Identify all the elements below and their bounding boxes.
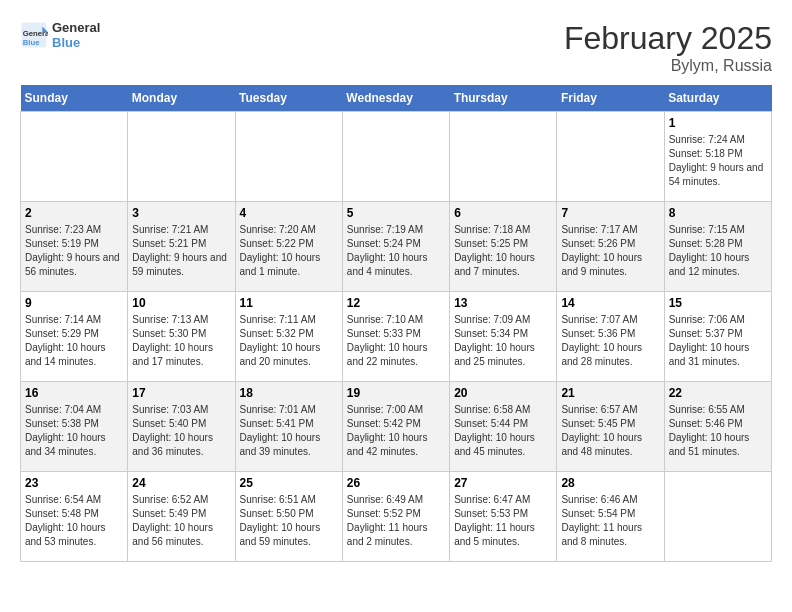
title-block: February 2025 Bylym, Russia	[564, 20, 772, 75]
week-row-3: 9Sunrise: 7:14 AM Sunset: 5:29 PM Daylig…	[21, 292, 772, 382]
calendar-cell: 11Sunrise: 7:11 AM Sunset: 5:32 PM Dayli…	[235, 292, 342, 382]
header-thursday: Thursday	[450, 85, 557, 112]
day-info: Sunrise: 7:15 AM Sunset: 5:28 PM Dayligh…	[669, 223, 767, 279]
day-info: Sunrise: 7:01 AM Sunset: 5:41 PM Dayligh…	[240, 403, 338, 459]
calendar-cell: 18Sunrise: 7:01 AM Sunset: 5:41 PM Dayli…	[235, 382, 342, 472]
day-number: 25	[240, 476, 338, 490]
day-number: 27	[454, 476, 552, 490]
calendar-cell: 19Sunrise: 7:00 AM Sunset: 5:42 PM Dayli…	[342, 382, 449, 472]
week-row-5: 23Sunrise: 6:54 AM Sunset: 5:48 PM Dayli…	[21, 472, 772, 562]
calendar-cell: 15Sunrise: 7:06 AM Sunset: 5:37 PM Dayli…	[664, 292, 771, 382]
day-info: Sunrise: 7:04 AM Sunset: 5:38 PM Dayligh…	[25, 403, 123, 459]
calendar-header-row: SundayMondayTuesdayWednesdayThursdayFrid…	[21, 85, 772, 112]
day-info: Sunrise: 7:17 AM Sunset: 5:26 PM Dayligh…	[561, 223, 659, 279]
calendar-cell: 8Sunrise: 7:15 AM Sunset: 5:28 PM Daylig…	[664, 202, 771, 292]
day-info: Sunrise: 6:55 AM Sunset: 5:46 PM Dayligh…	[669, 403, 767, 459]
calendar-cell: 2Sunrise: 7:23 AM Sunset: 5:19 PM Daylig…	[21, 202, 128, 292]
calendar-cell: 24Sunrise: 6:52 AM Sunset: 5:49 PM Dayli…	[128, 472, 235, 562]
day-info: Sunrise: 6:58 AM Sunset: 5:44 PM Dayligh…	[454, 403, 552, 459]
calendar-cell: 9Sunrise: 7:14 AM Sunset: 5:29 PM Daylig…	[21, 292, 128, 382]
calendar-cell: 3Sunrise: 7:21 AM Sunset: 5:21 PM Daylig…	[128, 202, 235, 292]
calendar-cell: 7Sunrise: 7:17 AM Sunset: 5:26 PM Daylig…	[557, 202, 664, 292]
calendar-cell: 10Sunrise: 7:13 AM Sunset: 5:30 PM Dayli…	[128, 292, 235, 382]
day-info: Sunrise: 7:09 AM Sunset: 5:34 PM Dayligh…	[454, 313, 552, 369]
day-number: 20	[454, 386, 552, 400]
day-number: 21	[561, 386, 659, 400]
calendar-cell	[21, 112, 128, 202]
calendar-cell: 23Sunrise: 6:54 AM Sunset: 5:48 PM Dayli…	[21, 472, 128, 562]
calendar-cell: 17Sunrise: 7:03 AM Sunset: 5:40 PM Dayli…	[128, 382, 235, 472]
day-info: Sunrise: 7:21 AM Sunset: 5:21 PM Dayligh…	[132, 223, 230, 279]
day-info: Sunrise: 6:54 AM Sunset: 5:48 PM Dayligh…	[25, 493, 123, 549]
day-info: Sunrise: 7:14 AM Sunset: 5:29 PM Dayligh…	[25, 313, 123, 369]
calendar-cell: 22Sunrise: 6:55 AM Sunset: 5:46 PM Dayli…	[664, 382, 771, 472]
day-info: Sunrise: 6:47 AM Sunset: 5:53 PM Dayligh…	[454, 493, 552, 549]
week-row-4: 16Sunrise: 7:04 AM Sunset: 5:38 PM Dayli…	[21, 382, 772, 472]
week-row-1: 1Sunrise: 7:24 AM Sunset: 5:18 PM Daylig…	[21, 112, 772, 202]
day-number: 12	[347, 296, 445, 310]
day-info: Sunrise: 6:49 AM Sunset: 5:52 PM Dayligh…	[347, 493, 445, 549]
day-number: 8	[669, 206, 767, 220]
day-number: 7	[561, 206, 659, 220]
logo-icon: General Blue	[20, 21, 48, 49]
calendar-cell: 14Sunrise: 7:07 AM Sunset: 5:36 PM Dayli…	[557, 292, 664, 382]
day-number: 5	[347, 206, 445, 220]
header-wednesday: Wednesday	[342, 85, 449, 112]
day-info: Sunrise: 7:11 AM Sunset: 5:32 PM Dayligh…	[240, 313, 338, 369]
day-number: 3	[132, 206, 230, 220]
calendar-cell	[557, 112, 664, 202]
calendar-cell	[235, 112, 342, 202]
day-number: 24	[132, 476, 230, 490]
day-info: Sunrise: 6:51 AM Sunset: 5:50 PM Dayligh…	[240, 493, 338, 549]
header-sunday: Sunday	[21, 85, 128, 112]
calendar-cell	[664, 472, 771, 562]
day-info: Sunrise: 7:10 AM Sunset: 5:33 PM Dayligh…	[347, 313, 445, 369]
day-number: 14	[561, 296, 659, 310]
day-info: Sunrise: 7:23 AM Sunset: 5:19 PM Dayligh…	[25, 223, 123, 279]
header-monday: Monday	[128, 85, 235, 112]
day-number: 13	[454, 296, 552, 310]
calendar-cell: 21Sunrise: 6:57 AM Sunset: 5:45 PM Dayli…	[557, 382, 664, 472]
svg-text:Blue: Blue	[23, 38, 40, 47]
day-info: Sunrise: 7:06 AM Sunset: 5:37 PM Dayligh…	[669, 313, 767, 369]
day-number: 23	[25, 476, 123, 490]
day-number: 28	[561, 476, 659, 490]
day-number: 18	[240, 386, 338, 400]
logo-blue: Blue	[52, 35, 100, 50]
calendar-cell: 27Sunrise: 6:47 AM Sunset: 5:53 PM Dayli…	[450, 472, 557, 562]
day-info: Sunrise: 7:20 AM Sunset: 5:22 PM Dayligh…	[240, 223, 338, 279]
day-info: Sunrise: 7:07 AM Sunset: 5:36 PM Dayligh…	[561, 313, 659, 369]
day-number: 2	[25, 206, 123, 220]
day-info: Sunrise: 7:03 AM Sunset: 5:40 PM Dayligh…	[132, 403, 230, 459]
day-info: Sunrise: 6:52 AM Sunset: 5:49 PM Dayligh…	[132, 493, 230, 549]
day-info: Sunrise: 7:13 AM Sunset: 5:30 PM Dayligh…	[132, 313, 230, 369]
day-number: 19	[347, 386, 445, 400]
day-number: 26	[347, 476, 445, 490]
logo-general: General	[52, 20, 100, 35]
day-info: Sunrise: 6:46 AM Sunset: 5:54 PM Dayligh…	[561, 493, 659, 549]
day-number: 10	[132, 296, 230, 310]
calendar-cell: 12Sunrise: 7:10 AM Sunset: 5:33 PM Dayli…	[342, 292, 449, 382]
calendar-cell: 1Sunrise: 7:24 AM Sunset: 5:18 PM Daylig…	[664, 112, 771, 202]
logo: General Blue General Blue	[20, 20, 100, 50]
day-number: 17	[132, 386, 230, 400]
calendar-cell: 28Sunrise: 6:46 AM Sunset: 5:54 PM Dayli…	[557, 472, 664, 562]
day-info: Sunrise: 7:24 AM Sunset: 5:18 PM Dayligh…	[669, 133, 767, 189]
day-info: Sunrise: 6:57 AM Sunset: 5:45 PM Dayligh…	[561, 403, 659, 459]
calendar-cell	[128, 112, 235, 202]
calendar-cell	[450, 112, 557, 202]
week-row-2: 2Sunrise: 7:23 AM Sunset: 5:19 PM Daylig…	[21, 202, 772, 292]
day-info: Sunrise: 7:19 AM Sunset: 5:24 PM Dayligh…	[347, 223, 445, 279]
calendar-cell: 5Sunrise: 7:19 AM Sunset: 5:24 PM Daylig…	[342, 202, 449, 292]
day-number: 4	[240, 206, 338, 220]
day-number: 22	[669, 386, 767, 400]
calendar-cell: 26Sunrise: 6:49 AM Sunset: 5:52 PM Dayli…	[342, 472, 449, 562]
calendar-cell: 16Sunrise: 7:04 AM Sunset: 5:38 PM Dayli…	[21, 382, 128, 472]
day-number: 1	[669, 116, 767, 130]
header-friday: Friday	[557, 85, 664, 112]
calendar-cell: 20Sunrise: 6:58 AM Sunset: 5:44 PM Dayli…	[450, 382, 557, 472]
month-title: February 2025	[564, 20, 772, 57]
day-number: 11	[240, 296, 338, 310]
calendar-cell	[342, 112, 449, 202]
day-info: Sunrise: 7:00 AM Sunset: 5:42 PM Dayligh…	[347, 403, 445, 459]
